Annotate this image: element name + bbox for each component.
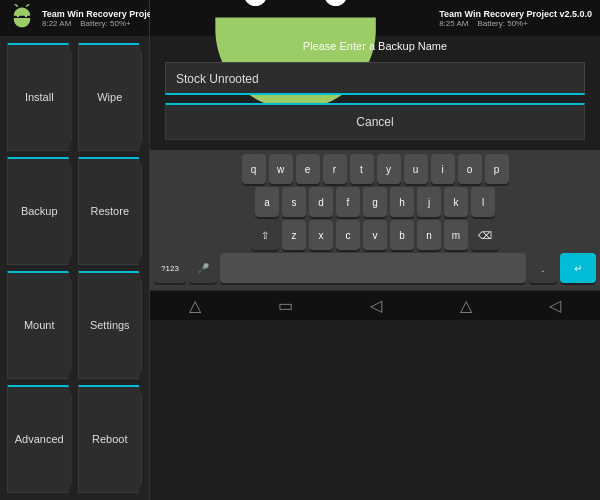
key-q[interactable]: q xyxy=(242,154,266,184)
key-r[interactable]: r xyxy=(323,154,347,184)
key-n[interactable]: n xyxy=(417,220,441,250)
right-status-bar: Team Win Recovery Project v2.5.0.0 8:25 … xyxy=(150,0,600,36)
backspace-key[interactable]: ⌫ xyxy=(471,220,499,250)
svg-line-3 xyxy=(27,4,29,6)
key-w[interactable]: w xyxy=(269,154,293,184)
symbols-key[interactable]: ?123 xyxy=(154,253,186,283)
mount-button[interactable]: Mount xyxy=(7,271,72,379)
key-c[interactable]: c xyxy=(336,220,360,250)
right-app-title: Team Win Recovery Project v2.5.0.0 xyxy=(439,9,592,19)
right-status-info: Team Win Recovery Project v2.5.0.0 8:25 … xyxy=(439,9,592,28)
svg-line-2 xyxy=(15,4,17,6)
settings-button[interactable]: Settings xyxy=(78,271,143,379)
key-m[interactable]: m xyxy=(444,220,468,250)
cancel-button[interactable]: Cancel xyxy=(165,103,585,140)
return-key[interactable]: ↵ xyxy=(560,253,596,283)
right-status-detail: 8:25 AM Battery: 50%+ xyxy=(439,19,592,28)
left-panel: Team Win Recovery Project v2.5.0.0 8:22 … xyxy=(0,0,150,500)
backup-name-input[interactable] xyxy=(176,72,574,86)
bottom-nav-bar: △ ▭ ◁ △ ◁ xyxy=(150,290,600,320)
home-nav-button-2[interactable]: △ xyxy=(452,292,480,319)
key-y[interactable]: y xyxy=(377,154,401,184)
key-p[interactable]: p xyxy=(485,154,509,184)
keyboard-row-2: a s d f g h j k l xyxy=(154,187,596,217)
right-panel: Team Win Recovery Project v2.5.0.0 8:25 … xyxy=(150,0,600,500)
keyboard-row-1: q w e r t y u i o p xyxy=(154,154,596,184)
period-key[interactable]: . xyxy=(529,253,557,283)
recents-nav-button[interactable]: ▭ xyxy=(270,292,301,319)
key-d[interactable]: d xyxy=(309,187,333,217)
key-x[interactable]: x xyxy=(309,220,333,250)
key-h[interactable]: h xyxy=(390,187,414,217)
key-i[interactable]: i xyxy=(431,154,455,184)
key-s[interactable]: s xyxy=(282,187,306,217)
key-z[interactable]: z xyxy=(282,220,306,250)
keyboard-row-3: ⇧ z x c v b n m ⌫ xyxy=(154,220,596,250)
space-key[interactable] xyxy=(220,253,526,283)
mic-key[interactable]: 🎤 xyxy=(189,253,217,283)
keyboard-row-4: ?123 🎤 . ↵ xyxy=(154,253,596,283)
key-v[interactable]: v xyxy=(363,220,387,250)
backup-button[interactable]: Backup xyxy=(7,157,72,265)
key-o[interactable]: o xyxy=(458,154,482,184)
key-f[interactable]: f xyxy=(336,187,360,217)
wipe-button[interactable]: Wipe xyxy=(78,43,143,151)
key-k[interactable]: k xyxy=(444,187,468,217)
key-g[interactable]: g xyxy=(363,187,387,217)
nav-grid: Install Wipe Backup Restore Mount Settin… xyxy=(0,36,149,500)
key-j[interactable]: j xyxy=(417,187,441,217)
key-t[interactable]: t xyxy=(350,154,374,184)
shift-key[interactable]: ⇧ xyxy=(251,220,279,250)
key-l[interactable]: l xyxy=(471,187,495,217)
android-logo-left xyxy=(8,4,36,32)
key-a[interactable]: a xyxy=(255,187,279,217)
reboot-button[interactable]: Reboot xyxy=(78,385,143,493)
key-e[interactable]: e xyxy=(296,154,320,184)
svg-point-5 xyxy=(324,0,347,7)
advanced-button[interactable]: Advanced xyxy=(7,385,72,493)
svg-point-4 xyxy=(244,0,267,7)
back-nav-button[interactable]: ◁ xyxy=(362,292,390,319)
key-b[interactable]: b xyxy=(390,220,414,250)
back-nav-button-2[interactable]: ◁ xyxy=(541,292,569,319)
left-status-bar: Team Win Recovery Project v2.5.0.0 8:22 … xyxy=(0,0,149,36)
keyboard: q w e r t y u i o p a s d f g h j k xyxy=(150,150,600,290)
backup-input-container[interactable] xyxy=(165,62,585,95)
backup-area: Cancel xyxy=(150,52,600,150)
key-u[interactable]: u xyxy=(404,154,428,184)
install-button[interactable]: Install xyxy=(7,43,72,151)
home-nav-button[interactable]: △ xyxy=(181,292,209,319)
restore-button[interactable]: Restore xyxy=(78,157,143,265)
backup-prompt: Please Enter a Backup Name xyxy=(150,36,600,52)
